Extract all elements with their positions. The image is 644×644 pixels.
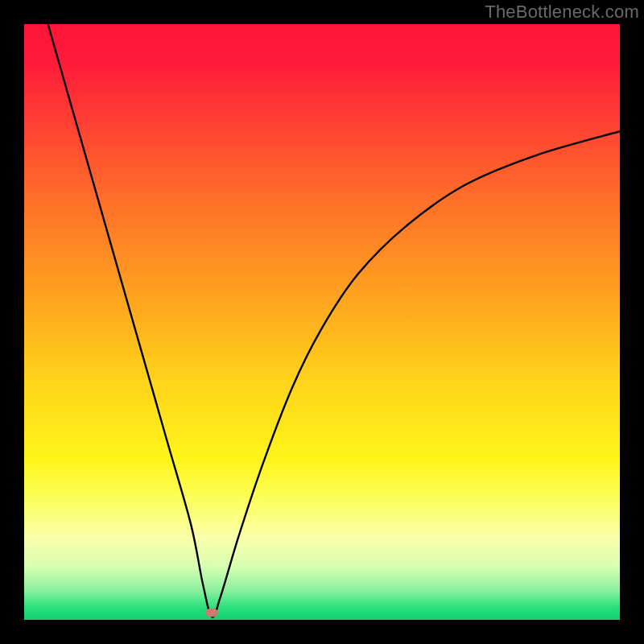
bottleneck-curve xyxy=(24,24,620,620)
chart-frame: TheBottleneck.com xyxy=(0,0,644,644)
optimal-point-marker xyxy=(205,609,218,617)
watermark-text: TheBottleneck.com xyxy=(485,2,639,23)
